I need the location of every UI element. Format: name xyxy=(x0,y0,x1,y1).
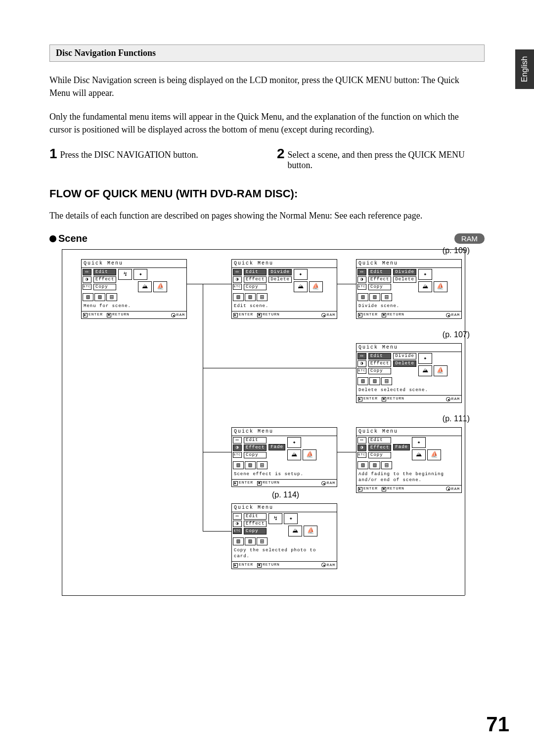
menu-item-edit: Edit xyxy=(368,269,391,275)
thumb-icon: ⛰ xyxy=(288,526,302,536)
menu-desc: Divide scene. xyxy=(356,302,461,311)
spacer xyxy=(268,437,285,443)
thumb-icon: ⛵ xyxy=(434,365,447,376)
thumb-icon: ✦ xyxy=(412,437,426,448)
page-ref-107: (p. 107) xyxy=(443,330,470,339)
step-2: 2 Select a scene, and then press the QUI… xyxy=(277,147,485,171)
thumb-icon: ▤ xyxy=(257,293,267,301)
menu-desc: Copy the selected photo to card. xyxy=(232,546,337,561)
menu-item-effect: Effect xyxy=(244,445,267,451)
thumb-icon: ▤ xyxy=(381,461,392,469)
page-ref-114: (p. 114) xyxy=(272,490,299,499)
menu-desc: Delete selected scene. xyxy=(356,386,461,395)
menu-item-effect: Effect xyxy=(368,445,391,451)
thumb-icon: ✦ xyxy=(287,437,301,448)
section-header: Disc Navigation Functions xyxy=(49,44,485,62)
bullet-icon xyxy=(49,235,56,242)
quick-menu-effect: Quick Menu ▭ ◑ ETC Edit Effect Copy Fade xyxy=(231,427,337,487)
page-ref-111: (p. 111) xyxy=(443,414,470,423)
submenu-divide: Divide xyxy=(393,353,416,359)
thumb-icon: ▨ xyxy=(94,293,105,301)
thumb-icon: ▨ xyxy=(245,293,256,301)
thumb-icon: ⛰ xyxy=(418,281,432,292)
submenu-delete: Delete xyxy=(393,276,416,283)
menu-item-effect: Effect xyxy=(244,521,267,527)
etc-icon: ETC xyxy=(233,452,242,458)
menu-icon: ▭ xyxy=(83,269,91,275)
thumb-icon: ⛵ xyxy=(304,526,317,536)
menu-footer: ENTERRETURN RAM xyxy=(356,311,461,318)
menu-title: Quick Menu xyxy=(82,260,186,268)
thumb-icon: ⛵ xyxy=(303,449,316,460)
step-text: Press the DISC NAVIGATION button. xyxy=(60,147,198,160)
thumb-icon: ⛰ xyxy=(287,449,301,460)
thumb-icon: ▧ xyxy=(357,461,368,469)
menu-item-copy: Copy xyxy=(368,452,391,458)
menu-item-copy: Copy xyxy=(93,284,116,290)
menu-title: Quick Menu xyxy=(356,428,461,436)
thumb-icon: ▧ xyxy=(83,293,93,301)
thumb-icon: ✦ xyxy=(294,269,308,280)
menu-footer: ENTERRETURN RAM xyxy=(356,485,461,492)
menu-item-effect: Effect xyxy=(93,276,116,283)
menu-item-copy: Copy xyxy=(244,452,267,458)
submenu-delete: Delete xyxy=(393,360,416,367)
menu-icon: ▭ xyxy=(357,269,366,275)
step-number: 1 xyxy=(49,147,57,161)
thumb-icon: ✦ xyxy=(134,269,147,280)
etc-icon: ETC xyxy=(83,284,91,290)
menu-icon: ◑ xyxy=(357,360,366,367)
menu-icon: ▭ xyxy=(233,269,242,275)
menu-item-edit: Edit xyxy=(368,353,391,359)
thumb-icon: ▨ xyxy=(369,461,380,469)
menu-icon: ◑ xyxy=(83,276,91,283)
flow-heading: FLOW OF QUICK MENU (WITH DVD-RAM DISC): xyxy=(49,187,485,200)
menu-item-edit: Edit xyxy=(93,269,116,275)
language-tab: English xyxy=(515,49,534,89)
thumb-icon: ▧ xyxy=(233,537,244,545)
menu-footer: ENTERRETURN RAM xyxy=(232,311,337,318)
menu-icon: ▭ xyxy=(357,353,366,359)
page-number: 71 xyxy=(486,712,509,736)
page-ref-109: (p. 109) xyxy=(443,246,470,255)
step-text: Select a scene, and then press the QUICK… xyxy=(288,147,485,171)
thumb-icon: ⛰ xyxy=(418,365,432,376)
etc-icon: ETC xyxy=(233,528,242,534)
menu-title: Quick Menu xyxy=(232,260,337,268)
page-content: Disc Navigation Functions While Disc Nav… xyxy=(49,44,485,615)
etc-icon: ETC xyxy=(233,284,242,290)
thumb-icon: ⛵ xyxy=(427,449,441,460)
menu-desc: Scene effect is setup. xyxy=(232,470,337,479)
menu-title: Quick Menu xyxy=(356,260,461,268)
menu-item-effect: Effect xyxy=(244,276,267,283)
menu-item-edit: Edit xyxy=(244,437,267,444)
steps-row: 1 Press the DISC NAVIGATION button. 2 Se… xyxy=(49,147,485,171)
quick-menu-divide: Quick Menu ▭ ◑ ETC Edit Effect Copy Divi… xyxy=(356,259,462,319)
step-1: 1 Press the DISC NAVIGATION button. xyxy=(49,147,257,171)
menu-item-edit: Edit xyxy=(368,437,391,444)
menu-icon: ◑ xyxy=(357,276,366,283)
menu-icon: ◑ xyxy=(233,521,242,527)
menu-desc: Menu for scene. xyxy=(82,302,186,311)
thumb-icon: ⛵ xyxy=(434,281,447,292)
thumb-icon: ⛰ xyxy=(138,281,152,292)
ram-badge: RAM xyxy=(454,233,485,244)
submenu-divide: Divide xyxy=(393,269,416,275)
menu-item-edit: Edit xyxy=(244,513,267,520)
thumb-icon: ▧ xyxy=(357,377,368,385)
quick-menu-delete: Quick Menu ▭ ◑ ETC Edit Effect Copy Divi… xyxy=(356,343,462,403)
thumb-icon: ✦ xyxy=(418,269,432,280)
menu-icon: ▭ xyxy=(233,437,242,444)
thumb-icon: ▤ xyxy=(257,461,267,469)
menu-item-copy: Copy xyxy=(368,368,391,374)
etc-icon: ETC xyxy=(357,452,366,458)
thumb-icon: ⛰ xyxy=(412,449,426,460)
menu-icon: ▭ xyxy=(233,513,242,520)
menu-footer: ENTERRETURN RAM xyxy=(356,395,461,402)
menu-item-edit: Edit xyxy=(244,269,267,275)
menu-item-effect: Effect xyxy=(368,276,391,283)
intro-paragraph-1: While Disc Navigation screen is being di… xyxy=(49,74,480,99)
submenu-delete: Delete xyxy=(268,276,291,283)
menu-item-copy: Copy xyxy=(368,284,391,290)
menu-title: Quick Menu xyxy=(232,428,337,436)
